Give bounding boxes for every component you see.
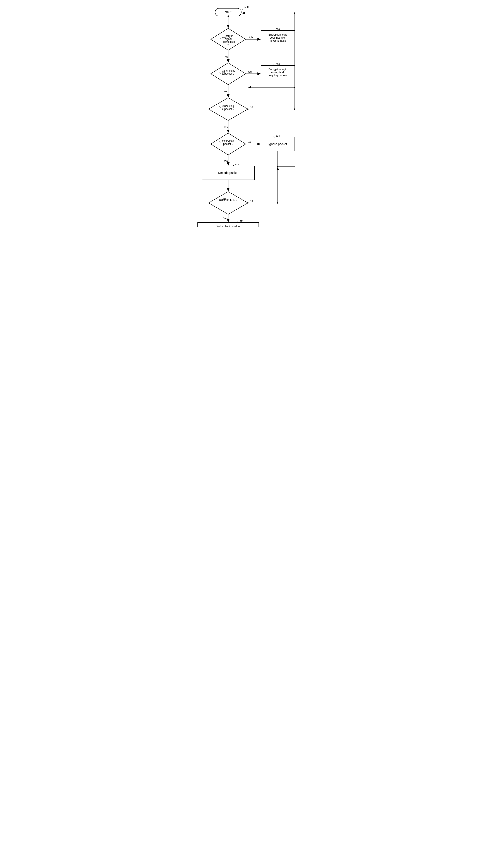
svg-point-26	[227, 16, 229, 17]
n504-label1: Encryption logic	[268, 33, 287, 36]
ref-510: 510	[222, 105, 226, 107]
n508-label1: Encryption logic	[268, 68, 287, 71]
ref-508: 508	[276, 63, 280, 65]
no-512-label: No	[247, 141, 251, 144]
yes-506-label: Yes	[247, 70, 252, 73]
svg-point-39	[247, 202, 249, 204]
n502-label3: LOW/HIGH	[221, 40, 235, 44]
n508-label3: outgoing packets	[268, 74, 288, 77]
start-label: Start	[225, 10, 231, 14]
svg-line-3	[242, 9, 243, 10]
ref-516: 516	[235, 163, 239, 166]
svg-point-25	[294, 12, 295, 14]
low-label: Low	[223, 55, 228, 59]
ref-522: 522	[240, 220, 244, 223]
no-506-label: No	[223, 90, 227, 93]
n502-label4: ?	[227, 44, 229, 47]
flowchart-diagram: Start 500 Encrypt signal LOW/HIGH ? 502 …	[178, 4, 300, 227]
n504-label3: network traffic	[269, 39, 286, 42]
ref-514: 514	[276, 134, 280, 137]
ref-502: 502	[222, 36, 226, 39]
svg-point-41	[277, 202, 278, 204]
ref-504: 504	[276, 28, 280, 31]
ref-518: 518	[222, 198, 226, 200]
no-510-label: No	[250, 105, 253, 108]
n508-label2: encrypts all	[271, 71, 284, 74]
n522-label1: Wake client causing	[216, 225, 240, 227]
ref-500: 500	[245, 6, 249, 8]
yes-518-label: Yes	[223, 217, 228, 220]
svg-point-21	[247, 108, 249, 110]
ref-506: 506	[222, 71, 226, 73]
yes-512-label: Yes	[223, 159, 228, 162]
n516-label: Decode packet	[218, 171, 238, 175]
n512-label2: packet ?	[223, 143, 233, 146]
n504-label2: does not alter	[269, 36, 286, 39]
yes-510-label: Yes	[223, 126, 228, 129]
no-518-label: No	[250, 199, 253, 203]
n518-diamond	[209, 192, 248, 214]
ref-512: 512	[222, 139, 226, 142]
n514-label: Ignore packet	[268, 142, 287, 146]
n510-label2: a packet ?	[222, 107, 234, 111]
high-label: High	[247, 36, 253, 39]
